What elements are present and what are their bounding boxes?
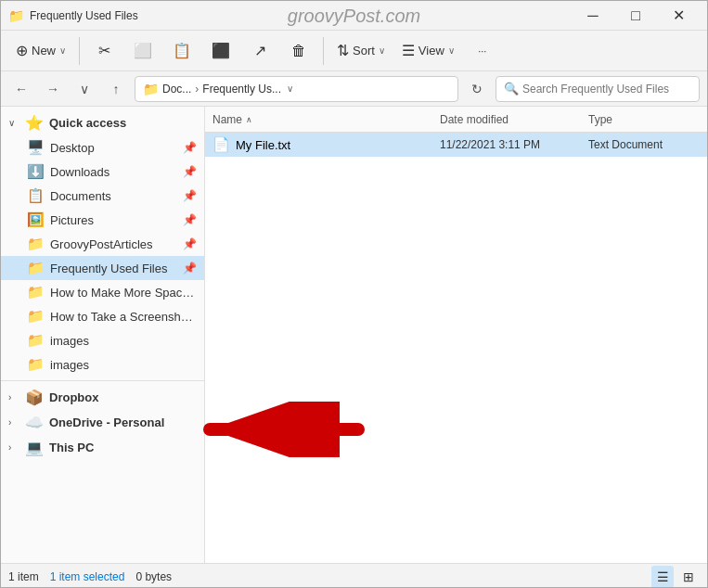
sidebar-item-make-more-space-label: How to Make More Space Av bbox=[50, 286, 197, 300]
column-type[interactable]: Type bbox=[588, 113, 700, 126]
nav-down-button[interactable]: ∨ bbox=[71, 76, 97, 102]
rename-icon: ⬛ bbox=[212, 42, 230, 59]
paste-button[interactable]: 📋 bbox=[163, 38, 200, 63]
details-view-button[interactable]: ☰ bbox=[651, 566, 674, 588]
pin-icon-pictures: 📌 bbox=[183, 213, 197, 226]
sidebar-item-pictures[interactable]: 🖼️ Pictures 📌 bbox=[1, 208, 204, 232]
thispc-label: This PC bbox=[49, 441, 94, 454]
sidebar-item-documents[interactable]: 📋 Documents 📌 bbox=[1, 184, 204, 208]
pin-icon-downloads: 📌 bbox=[183, 165, 197, 178]
quick-access-star-icon: ⭐ bbox=[25, 114, 44, 132]
file-row[interactable]: 📄 My File.txt 11/22/2021 3:11 PM Text Do… bbox=[205, 133, 707, 157]
sidebar-item-screenshot[interactable]: 📁 How to Take a Screenshot on bbox=[1, 304, 204, 328]
toolbar-separator-1 bbox=[79, 37, 80, 65]
forward-button[interactable]: → bbox=[40, 76, 66, 102]
minimize-button[interactable]: ─ bbox=[572, 1, 614, 31]
sidebar-item-frequently-used[interactable]: 📁 Frequently Used Files 📌 bbox=[1, 256, 204, 280]
sidebar-item-documents-label: Documents bbox=[50, 189, 177, 203]
sidebar-item-images-1-label: images bbox=[50, 334, 197, 348]
share-icon: ↗ bbox=[254, 42, 266, 59]
pin-icon-groovypost: 📌 bbox=[183, 237, 197, 250]
window-icon: 📁 bbox=[8, 8, 24, 23]
column-date-label: Date modified bbox=[440, 113, 508, 126]
cut-button[interactable]: ✂ bbox=[85, 38, 122, 63]
column-date-modified[interactable]: Date modified bbox=[440, 113, 588, 126]
sidebar-item-images-2[interactable]: 📁 images bbox=[1, 352, 204, 377]
thispc-header[interactable]: › 💻 This PC bbox=[1, 435, 204, 460]
share-button[interactable]: ↗ bbox=[241, 38, 278, 63]
back-button[interactable]: ← bbox=[8, 76, 34, 102]
sidebar-item-downloads-label: Downloads bbox=[50, 165, 177, 179]
sidebar-item-frequently-used-label: Frequently Used Files bbox=[50, 262, 177, 275]
search-input[interactable] bbox=[522, 83, 691, 96]
delete-icon: 🗑 bbox=[291, 43, 306, 59]
close-button[interactable]: ✕ bbox=[657, 1, 700, 31]
path-separator: › bbox=[195, 83, 199, 96]
sidebar: ∨ ⭐ Quick access 🖥️ Desktop 📌 ⬇️ Downloa… bbox=[1, 107, 205, 563]
status-bar: 1 item 1 item selected 0 bytes ☰ ⊞ bbox=[1, 563, 707, 588]
address-path[interactable]: 📁 Doc... › Frequently Us... ∨ bbox=[135, 76, 458, 102]
frequently-used-folder-icon: 📁 bbox=[27, 260, 45, 276]
sidebar-item-make-more-space[interactable]: 📁 How to Make More Space Av bbox=[1, 280, 204, 304]
dropbox-expand-icon: › bbox=[8, 392, 19, 403]
sidebar-item-groovypostarticles-label: GroovyPostArticles bbox=[50, 237, 177, 251]
pin-icon-frequently: 📌 bbox=[183, 262, 197, 275]
large-icons-view-button[interactable]: ⊞ bbox=[677, 566, 700, 588]
selected-count: 1 item selected bbox=[50, 570, 125, 583]
file-list-header: Name ∧ Date modified Type bbox=[205, 107, 707, 133]
maximize-button[interactable]: □ bbox=[614, 1, 657, 31]
sidebar-item-groovypostarticles[interactable]: 📁 GroovyPostArticles 📌 bbox=[1, 232, 204, 256]
more-button[interactable]: ··· bbox=[464, 42, 501, 60]
title-bar-controls: ─ □ ✕ bbox=[572, 1, 700, 31]
cut-icon: ✂ bbox=[98, 42, 110, 59]
status-right: ☰ ⊞ bbox=[651, 566, 700, 588]
file-list: 📄 My File.txt 11/22/2021 3:11 PM Text Do… bbox=[205, 133, 707, 563]
desktop-icon: 🖥️ bbox=[27, 139, 45, 156]
column-name[interactable]: Name ∧ bbox=[212, 113, 440, 126]
onedrive-header[interactable]: › ☁️ OneDrive - Personal bbox=[1, 410, 204, 435]
make-more-space-icon: 📁 bbox=[27, 284, 45, 300]
documents-icon: 📋 bbox=[27, 187, 45, 204]
view-dropdown-arrow: ∨ bbox=[448, 45, 455, 56]
status-left: 1 item 1 item selected 0 bytes bbox=[8, 570, 172, 583]
main-area: ∨ ⭐ Quick access 🖥️ Desktop 📌 ⬇️ Downloa… bbox=[1, 107, 707, 563]
sidebar-item-desktop[interactable]: 🖥️ Desktop 📌 bbox=[1, 135, 204, 160]
address-bar: ← → ∨ ↑ 📁 Doc... › Frequently Us... ∨ ↻ … bbox=[1, 71, 707, 107]
up-button[interactable]: ↑ bbox=[103, 76, 129, 102]
sidebar-item-screenshot-label: How to Take a Screenshot on bbox=[50, 310, 197, 324]
sidebar-item-images-1[interactable]: 📁 images bbox=[1, 328, 204, 352]
quick-access-section: ∨ ⭐ Quick access 🖥️ Desktop 📌 ⬇️ Downloa… bbox=[1, 110, 204, 377]
copy-button[interactable]: ⬜ bbox=[124, 38, 161, 63]
delete-button[interactable]: 🗑 bbox=[280, 39, 317, 63]
view-button[interactable]: ☰ View ∨ bbox=[394, 38, 462, 63]
pin-icon-documents: 📌 bbox=[183, 189, 197, 202]
watermark: groovyPost.com bbox=[288, 6, 420, 27]
sort-arrow-icon: ∧ bbox=[246, 115, 252, 124]
images-2-icon: 📁 bbox=[27, 356, 45, 373]
dropbox-label: Dropbox bbox=[49, 390, 98, 404]
title-bar-left: 📁 Frequently Used Files bbox=[8, 8, 138, 23]
sidebar-divider-1 bbox=[1, 380, 204, 381]
column-type-label: Type bbox=[588, 113, 612, 126]
path-part1: Doc... bbox=[162, 83, 191, 96]
pictures-icon: 🖼️ bbox=[27, 211, 45, 228]
groovypost-folder-icon: 📁 bbox=[27, 236, 45, 252]
copy-icon: ⬜ bbox=[134, 42, 152, 59]
sidebar-item-images-2-label: images bbox=[50, 358, 197, 372]
window-title: Frequently Used Files bbox=[30, 9, 138, 22]
more-label: ··· bbox=[478, 45, 486, 57]
screenshot-folder-icon: 📁 bbox=[27, 308, 45, 325]
sort-button[interactable]: ⇅ Sort ∨ bbox=[329, 38, 393, 63]
rename-button[interactable]: ⬛ bbox=[202, 38, 239, 63]
images-1-icon: 📁 bbox=[27, 332, 45, 349]
dropbox-header[interactable]: › 📦 Dropbox bbox=[1, 385, 204, 410]
search-box[interactable]: 🔍 bbox=[496, 76, 700, 102]
sidebar-item-downloads[interactable]: ⬇️ Downloads 📌 bbox=[1, 160, 204, 184]
path-chevron-icon: ∨ bbox=[287, 83, 293, 94]
view-icon: ☰ bbox=[402, 42, 415, 59]
new-button[interactable]: ⊕ New ∨ bbox=[8, 38, 73, 63]
search-icon: 🔍 bbox=[504, 82, 519, 96]
refresh-button[interactable]: ↻ bbox=[464, 76, 490, 102]
quick-access-header[interactable]: ∨ ⭐ Quick access bbox=[1, 110, 204, 135]
onedrive-expand-icon: › bbox=[8, 417, 19, 428]
